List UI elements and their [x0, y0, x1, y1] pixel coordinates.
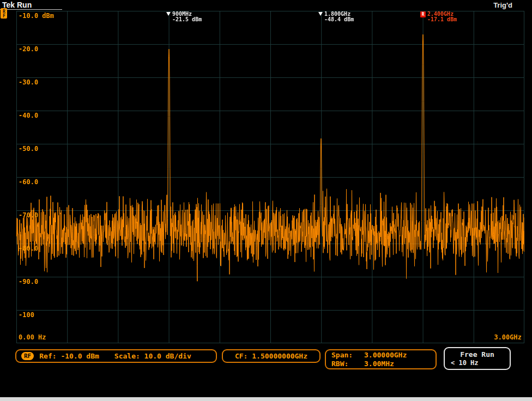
- marker-triangle-icon: [318, 12, 323, 16]
- scale-readout: Scale: 10.0 dB/div: [114, 352, 191, 360]
- peak-marker-readout[interactable]: 1.800GHz-48.4 dBm: [318, 11, 354, 22]
- rbw-value: 3.00MHz: [364, 360, 430, 368]
- rf-reference-level-badge[interactable]: RF: [1, 8, 7, 19]
- trigger-rate: < 10 Hz: [448, 359, 506, 367]
- cf-value: CF: 1.50000000GHz: [235, 352, 307, 360]
- span-label: Span:: [331, 351, 364, 359]
- marker-label: 1.800GHz-48.4 dBm: [324, 11, 354, 22]
- header-underline: [0, 9, 62, 10]
- trigger-status: Trig'd: [493, 1, 512, 9]
- ref-level-readout: Ref: -10.0 dBm: [39, 352, 99, 360]
- rf-badge: RF: [21, 352, 34, 360]
- trigger-mode: Free Run: [448, 350, 506, 359]
- trigger-readout[interactable]: Free Run < 10 Hz: [444, 347, 511, 370]
- peak-marker-readout[interactable]: 900MHz-21.5 dBm: [166, 11, 202, 22]
- plot-area: -10.0 dBm-20.0-30.0-40.0-50.0-60.0-70.0-…: [16, 11, 524, 343]
- marker-label: 900MHz-21.5 dBm: [172, 11, 202, 22]
- span-value: 3.00000GHz: [364, 351, 430, 359]
- screen: Tek Run Trig'd RF -10.0 dBm-20.0-30.0-40…: [0, 0, 532, 401]
- reference-marker-icon: R: [420, 11, 426, 17]
- marker-triangle-icon: [166, 12, 171, 16]
- span-rbw-readout[interactable]: Span: 3.00000GHz RBW: 3.00MHz: [325, 349, 437, 369]
- bezel-strip: [0, 397, 532, 401]
- rbw-label: RBW:: [331, 360, 364, 368]
- marker-layer: 900MHz-21.5 dBm1.800GHz-48.4 dBmR2.400GH…: [16, 11, 524, 343]
- rf-channel-readout[interactable]: RF Ref: -10.0 dBm Scale: 10.0 dB/div: [15, 349, 217, 363]
- center-frequency-readout[interactable]: CF: 1.50000000GHz: [222, 349, 321, 363]
- marker-label: 2.400GHz-17.1 dBm: [427, 11, 457, 22]
- reference-marker-readout[interactable]: R2.400GHz-17.1 dBm: [420, 11, 457, 22]
